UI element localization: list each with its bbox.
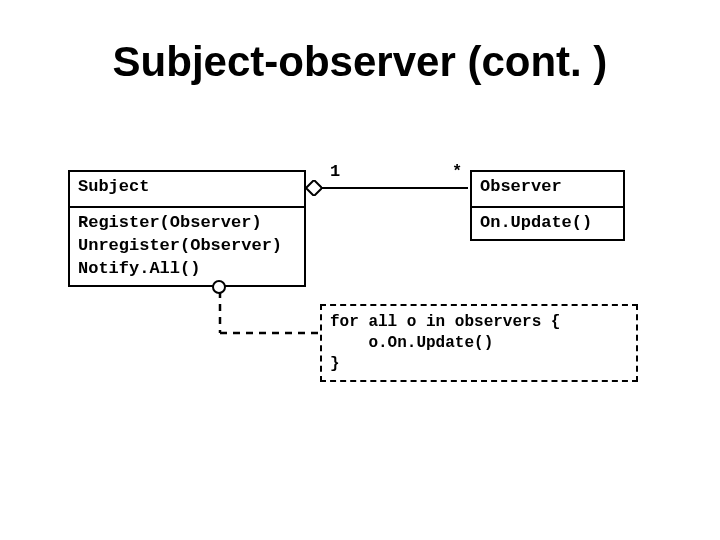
multiplicity-subject: 1 [330, 162, 340, 181]
class-observer-methods: On.Update() [470, 208, 625, 241]
association-line [320, 187, 468, 189]
svg-marker-0 [306, 180, 322, 196]
class-observer: Observer On.Update() [470, 170, 625, 241]
page-title: Subject-observer (cont. ) [0, 38, 720, 86]
class-observer-name: Observer [470, 170, 625, 208]
aggregation-diamond-icon [306, 180, 322, 196]
note-box: for all o in observers { o.On.Update() } [320, 304, 638, 382]
class-subject-name: Subject [68, 170, 306, 208]
multiplicity-observer: * [452, 162, 462, 181]
anchor-circle-icon [212, 280, 226, 294]
class-subject: Subject Register(Observer) Unregister(Ob… [68, 170, 306, 287]
class-subject-methods: Register(Observer) Unregister(Observer) … [68, 208, 306, 287]
